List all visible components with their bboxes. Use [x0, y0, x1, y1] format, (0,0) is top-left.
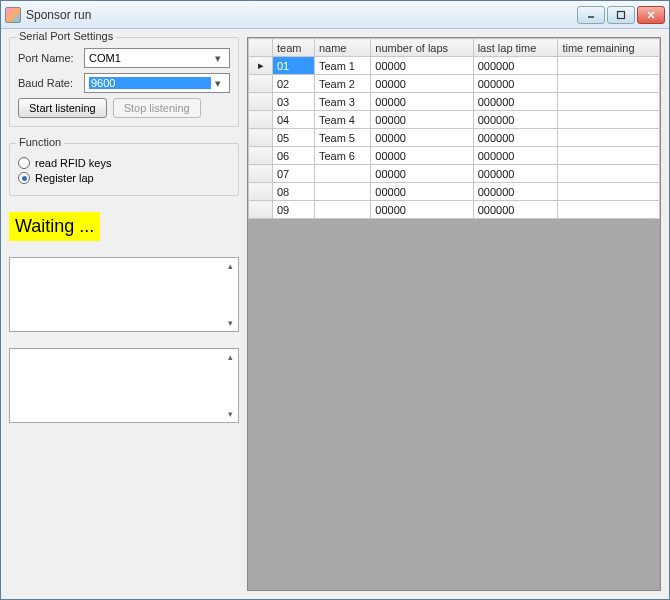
cell-lastlap[interactable]: 000000: [473, 75, 558, 93]
cell-remaining[interactable]: [558, 129, 660, 147]
window-title: Sponsor run: [26, 8, 577, 22]
cell-team[interactable]: 03: [273, 93, 315, 111]
cell-team[interactable]: 04: [273, 111, 315, 129]
table-row[interactable]: 0900000000000: [249, 201, 660, 219]
close-button[interactable]: [637, 6, 665, 24]
row-header[interactable]: [249, 183, 273, 201]
table-row[interactable]: ▸01Team 100000000000: [249, 57, 660, 75]
corner-cell: [249, 39, 273, 57]
scroll-down-icon[interactable]: ▾: [222, 406, 238, 422]
cell-lastlap[interactable]: 000000: [473, 201, 558, 219]
col-name[interactable]: name: [314, 39, 370, 57]
row-header[interactable]: [249, 75, 273, 93]
cell-laps[interactable]: 00000: [371, 129, 473, 147]
cell-name[interactable]: Team 1: [314, 57, 370, 75]
cell-laps[interactable]: 00000: [371, 93, 473, 111]
row-header[interactable]: [249, 111, 273, 129]
radio-label-register-lap: Register lap: [35, 172, 94, 184]
cell-laps[interactable]: 00000: [371, 165, 473, 183]
col-team[interactable]: team: [273, 39, 315, 57]
cell-name[interactable]: Team 3: [314, 93, 370, 111]
cell-remaining[interactable]: [558, 147, 660, 165]
cell-laps[interactable]: 00000: [371, 111, 473, 129]
table-row[interactable]: 05Team 500000000000: [249, 129, 660, 147]
status-label: Waiting ...: [9, 212, 100, 241]
port-name-combo[interactable]: COM1 ▾: [84, 48, 230, 68]
svg-rect-1: [618, 11, 625, 18]
cell-laps[interactable]: 00000: [371, 183, 473, 201]
cell-name[interactable]: [314, 201, 370, 219]
row-header[interactable]: [249, 129, 273, 147]
cell-team[interactable]: 05: [273, 129, 315, 147]
cell-lastlap[interactable]: 000000: [473, 57, 558, 75]
cell-lastlap[interactable]: 000000: [473, 183, 558, 201]
titlebar[interactable]: Sponsor run: [1, 1, 669, 29]
cell-name[interactable]: Team 6: [314, 147, 370, 165]
table-row[interactable]: 02Team 200000000000: [249, 75, 660, 93]
cell-remaining[interactable]: [558, 183, 660, 201]
col-laps[interactable]: number of laps: [371, 39, 473, 57]
cell-lastlap[interactable]: 000000: [473, 165, 558, 183]
scroll-down-icon[interactable]: ▾: [222, 315, 238, 331]
header-row: team name number of laps last lap time t…: [249, 39, 660, 57]
cell-lastlap[interactable]: 000000: [473, 129, 558, 147]
baud-rate-combo[interactable]: 9600 ▾: [84, 73, 230, 93]
grid-empty-area: [248, 219, 660, 590]
cell-laps[interactable]: 00000: [371, 75, 473, 93]
table-row[interactable]: 0700000000000: [249, 165, 660, 183]
cell-remaining[interactable]: [558, 201, 660, 219]
app-icon: [5, 7, 21, 23]
radio-read-rfid[interactable]: read RFID keys: [18, 157, 230, 169]
cell-name[interactable]: Team 4: [314, 111, 370, 129]
data-grid[interactable]: team name number of laps last lap time t…: [247, 37, 661, 591]
cell-team[interactable]: 08: [273, 183, 315, 201]
table-row[interactable]: 03Team 300000000000: [249, 93, 660, 111]
svg-line-2: [648, 12, 654, 18]
cell-team[interactable]: 07: [273, 165, 315, 183]
function-group: Function read RFID keys Register lap: [9, 143, 239, 196]
function-legend: Function: [16, 136, 64, 148]
log-textarea-1[interactable]: ▴ ▾: [9, 257, 239, 332]
cell-name[interactable]: Team 5: [314, 129, 370, 147]
cell-team[interactable]: 09: [273, 201, 315, 219]
cell-remaining[interactable]: [558, 75, 660, 93]
cell-remaining[interactable]: [558, 57, 660, 75]
cell-laps[interactable]: 00000: [371, 57, 473, 75]
row-header[interactable]: [249, 201, 273, 219]
baud-rate-value: 9600: [89, 77, 211, 89]
table-row[interactable]: 0800000000000: [249, 183, 660, 201]
start-listening-button[interactable]: Start listening: [18, 98, 107, 118]
cell-lastlap[interactable]: 000000: [473, 93, 558, 111]
cell-remaining[interactable]: [558, 111, 660, 129]
table-row[interactable]: 04Team 400000000000: [249, 111, 660, 129]
cell-remaining[interactable]: [558, 165, 660, 183]
port-name-label: Port Name:: [18, 52, 80, 64]
scroll-up-icon[interactable]: ▴: [222, 258, 238, 274]
col-remaining[interactable]: time remaining: [558, 39, 660, 57]
row-header[interactable]: [249, 147, 273, 165]
radio-icon: [18, 157, 30, 169]
svg-line-3: [648, 12, 654, 18]
cell-team[interactable]: 02: [273, 75, 315, 93]
row-header[interactable]: ▸: [249, 57, 273, 75]
row-header[interactable]: [249, 165, 273, 183]
table-row[interactable]: 06Team 600000000000: [249, 147, 660, 165]
col-lastlap[interactable]: last lap time: [473, 39, 558, 57]
cell-name[interactable]: [314, 165, 370, 183]
scroll-up-icon[interactable]: ▴: [222, 349, 238, 365]
cell-lastlap[interactable]: 000000: [473, 147, 558, 165]
maximize-button[interactable]: [607, 6, 635, 24]
cell-laps[interactable]: 00000: [371, 147, 473, 165]
cell-name[interactable]: Team 2: [314, 75, 370, 93]
log-textarea-2[interactable]: ▴ ▾: [9, 348, 239, 423]
row-header[interactable]: [249, 93, 273, 111]
cell-laps[interactable]: 00000: [371, 201, 473, 219]
minimize-button[interactable]: [577, 6, 605, 24]
cell-lastlap[interactable]: 000000: [473, 111, 558, 129]
cell-remaining[interactable]: [558, 93, 660, 111]
cell-name[interactable]: [314, 183, 370, 201]
cell-team[interactable]: 01: [273, 57, 315, 75]
radio-register-lap[interactable]: Register lap: [18, 172, 230, 184]
stop-listening-button: Stop listening: [113, 98, 201, 118]
cell-team[interactable]: 06: [273, 147, 315, 165]
